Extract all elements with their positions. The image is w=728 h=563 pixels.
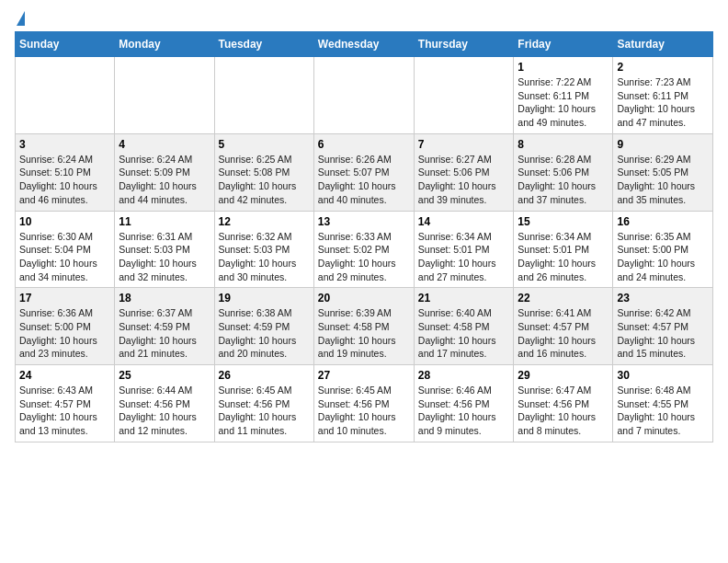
- calendar-week-row: 10Sunrise: 6:30 AM Sunset: 5:04 PM Dayli…: [16, 211, 713, 288]
- calendar-cell: 24Sunrise: 6:43 AM Sunset: 4:57 PM Dayli…: [16, 365, 115, 442]
- dow-header: Monday: [115, 32, 214, 57]
- calendar-cell: 11Sunrise: 6:31 AM Sunset: 5:03 PM Dayli…: [115, 211, 214, 288]
- calendar-cell: 25Sunrise: 6:44 AM Sunset: 4:56 PM Dayli…: [115, 365, 214, 442]
- day-number: 22: [518, 292, 609, 304]
- day-number: 28: [418, 369, 510, 382]
- day-number: 1: [518, 61, 609, 74]
- cell-details: Sunrise: 6:44 AM Sunset: 4:56 PM Dayligh…: [119, 384, 210, 438]
- day-number: 18: [119, 292, 210, 304]
- day-number: 23: [617, 292, 709, 304]
- calendar-cell: 22Sunrise: 6:41 AM Sunset: 4:57 PM Dayli…: [514, 288, 613, 365]
- day-number: 10: [19, 215, 110, 228]
- dow-header: Friday: [514, 32, 613, 57]
- day-number: 9: [617, 138, 709, 151]
- calendar-cell: 28Sunrise: 6:46 AM Sunset: 4:56 PM Dayli…: [414, 365, 514, 442]
- calendar-week-row: 17Sunrise: 6:36 AM Sunset: 5:00 PM Dayli…: [16, 288, 713, 365]
- cell-details: Sunrise: 6:36 AM Sunset: 5:00 PM Dayligh…: [19, 306, 110, 361]
- day-number: 3: [19, 138, 110, 151]
- calendar-cell: 29Sunrise: 6:47 AM Sunset: 4:56 PM Dayli…: [514, 365, 613, 442]
- day-number: 8: [518, 138, 609, 151]
- dow-header: Tuesday: [214, 32, 313, 57]
- calendar-cell: 5Sunrise: 6:25 AM Sunset: 5:08 PM Daylig…: [214, 133, 313, 211]
- calendar-cell: 16Sunrise: 6:35 AM Sunset: 5:00 PM Dayli…: [613, 211, 713, 288]
- day-number: 15: [518, 215, 609, 228]
- cell-details: Sunrise: 6:31 AM Sunset: 5:03 PM Dayligh…: [119, 230, 210, 284]
- cell-details: Sunrise: 6:41 AM Sunset: 4:57 PM Dayligh…: [518, 306, 609, 361]
- calendar-cell: [214, 57, 313, 134]
- cell-details: Sunrise: 6:45 AM Sunset: 4:56 PM Dayligh…: [219, 384, 310, 438]
- calendar-week-row: 3Sunrise: 6:24 AM Sunset: 5:10 PM Daylig…: [16, 133, 713, 211]
- calendar-cell: 19Sunrise: 6:38 AM Sunset: 4:59 PM Dayli…: [214, 288, 313, 365]
- cell-details: Sunrise: 6:46 AM Sunset: 4:56 PM Dayligh…: [418, 384, 510, 438]
- calendar-cell: 18Sunrise: 6:37 AM Sunset: 4:59 PM Dayli…: [115, 288, 214, 365]
- calendar-cell: 20Sunrise: 6:39 AM Sunset: 4:58 PM Dayli…: [313, 288, 414, 365]
- day-number: 17: [19, 292, 110, 304]
- calendar-cell: 6Sunrise: 6:26 AM Sunset: 5:07 PM Daylig…: [313, 133, 414, 211]
- day-number: 29: [518, 369, 609, 382]
- day-number: 25: [119, 369, 210, 382]
- cell-details: Sunrise: 6:27 AM Sunset: 5:06 PM Dayligh…: [418, 153, 510, 207]
- calendar-body: 1Sunrise: 7:22 AM Sunset: 6:11 PM Daylig…: [16, 57, 713, 442]
- calendar-cell: 27Sunrise: 6:45 AM Sunset: 4:56 PM Dayli…: [313, 365, 414, 442]
- cell-details: Sunrise: 6:37 AM Sunset: 4:59 PM Dayligh…: [119, 306, 210, 361]
- cell-details: Sunrise: 6:38 AM Sunset: 4:59 PM Dayligh…: [219, 306, 310, 361]
- calendar-cell: [313, 57, 414, 134]
- day-number: 26: [219, 369, 310, 382]
- day-number: 7: [418, 138, 510, 151]
- calendar-cell: 2Sunrise: 7:23 AM Sunset: 6:11 PM Daylig…: [613, 57, 713, 134]
- cell-details: Sunrise: 6:29 AM Sunset: 5:05 PM Dayligh…: [617, 153, 709, 207]
- cell-details: Sunrise: 6:32 AM Sunset: 5:03 PM Dayligh…: [219, 230, 310, 284]
- dow-header: Thursday: [414, 32, 514, 57]
- calendar-cell: 30Sunrise: 6:48 AM Sunset: 4:55 PM Dayli…: [613, 365, 713, 442]
- day-number: 20: [318, 292, 410, 304]
- calendar-cell: [414, 57, 514, 134]
- calendar-cell: [16, 57, 115, 134]
- day-number: 13: [318, 215, 410, 228]
- calendar-cell: 14Sunrise: 6:34 AM Sunset: 5:01 PM Dayli…: [414, 211, 514, 288]
- calendar-cell: [115, 57, 214, 134]
- cell-details: Sunrise: 6:26 AM Sunset: 5:07 PM Dayligh…: [318, 153, 410, 207]
- cell-details: Sunrise: 6:34 AM Sunset: 5:01 PM Dayligh…: [518, 230, 609, 284]
- calendar-cell: 26Sunrise: 6:45 AM Sunset: 4:56 PM Dayli…: [214, 365, 313, 442]
- cell-details: Sunrise: 6:35 AM Sunset: 5:00 PM Dayligh…: [617, 230, 709, 284]
- cell-details: Sunrise: 6:40 AM Sunset: 4:58 PM Dayligh…: [418, 306, 510, 361]
- cell-details: Sunrise: 7:23 AM Sunset: 6:11 PM Dayligh…: [617, 75, 709, 130]
- cell-details: Sunrise: 6:25 AM Sunset: 5:08 PM Dayligh…: [219, 153, 310, 207]
- calendar-cell: 23Sunrise: 6:42 AM Sunset: 4:57 PM Dayli…: [613, 288, 713, 365]
- day-number: 16: [617, 215, 709, 228]
- cell-details: Sunrise: 6:43 AM Sunset: 4:57 PM Dayligh…: [19, 384, 110, 438]
- calendar-cell: 21Sunrise: 6:40 AM Sunset: 4:58 PM Dayli…: [414, 288, 514, 365]
- day-number: 24: [19, 369, 110, 382]
- cell-details: Sunrise: 6:28 AM Sunset: 5:06 PM Dayligh…: [518, 153, 609, 207]
- cell-details: Sunrise: 7:22 AM Sunset: 6:11 PM Dayligh…: [518, 75, 609, 130]
- day-number: 30: [617, 369, 709, 382]
- day-number: 14: [418, 215, 510, 228]
- calendar-table: SundayMondayTuesdayWednesdayThursdayFrid…: [15, 31, 713, 442]
- calendar-cell: 12Sunrise: 6:32 AM Sunset: 5:03 PM Dayli…: [214, 211, 313, 288]
- cell-details: Sunrise: 6:30 AM Sunset: 5:04 PM Dayligh…: [19, 230, 110, 284]
- cell-details: Sunrise: 6:34 AM Sunset: 5:01 PM Dayligh…: [418, 230, 510, 284]
- logo: [15, 15, 25, 24]
- dow-header: Wednesday: [313, 32, 414, 57]
- day-number: 19: [219, 292, 310, 304]
- cell-details: Sunrise: 6:39 AM Sunset: 4:58 PM Dayligh…: [318, 306, 410, 361]
- calendar-week-row: 1Sunrise: 7:22 AM Sunset: 6:11 PM Daylig…: [16, 57, 713, 134]
- calendar-cell: 10Sunrise: 6:30 AM Sunset: 5:04 PM Dayli…: [16, 211, 115, 288]
- day-number: 2: [617, 61, 709, 74]
- cell-details: Sunrise: 6:24 AM Sunset: 5:10 PM Dayligh…: [19, 153, 110, 207]
- page-header: [15, 15, 713, 24]
- calendar-cell: 17Sunrise: 6:36 AM Sunset: 5:00 PM Dayli…: [16, 288, 115, 365]
- calendar-cell: 7Sunrise: 6:27 AM Sunset: 5:06 PM Daylig…: [414, 133, 514, 211]
- cell-details: Sunrise: 6:42 AM Sunset: 4:57 PM Dayligh…: [617, 306, 709, 361]
- cell-details: Sunrise: 6:47 AM Sunset: 4:56 PM Dayligh…: [518, 384, 609, 438]
- cell-details: Sunrise: 6:45 AM Sunset: 4:56 PM Dayligh…: [318, 384, 410, 438]
- dow-header: Sunday: [16, 32, 115, 57]
- calendar-cell: 8Sunrise: 6:28 AM Sunset: 5:06 PM Daylig…: [514, 133, 613, 211]
- day-number: 4: [119, 138, 210, 151]
- calendar-cell: 9Sunrise: 6:29 AM Sunset: 5:05 PM Daylig…: [613, 133, 713, 211]
- cell-details: Sunrise: 6:24 AM Sunset: 5:09 PM Dayligh…: [119, 153, 210, 207]
- day-number: 6: [318, 138, 410, 151]
- day-number: 5: [219, 138, 310, 151]
- calendar-cell: 1Sunrise: 7:22 AM Sunset: 6:11 PM Daylig…: [514, 57, 613, 134]
- calendar-cell: 15Sunrise: 6:34 AM Sunset: 5:01 PM Dayli…: [514, 211, 613, 288]
